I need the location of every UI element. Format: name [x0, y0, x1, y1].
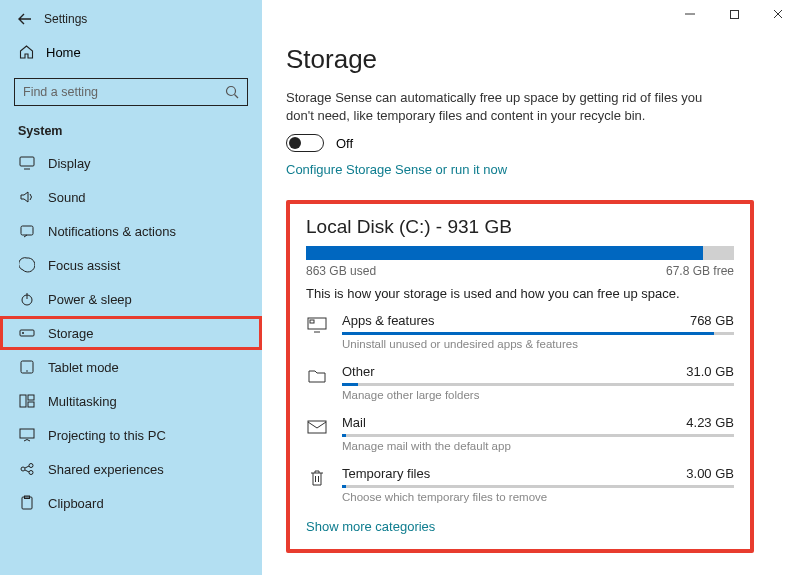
- sidebar-item-notifications[interactable]: Notifications & actions: [0, 214, 262, 248]
- sidebar-section-label: System: [0, 114, 262, 146]
- trash-icon: [306, 467, 328, 489]
- svg-rect-4: [21, 226, 33, 235]
- search-icon: [225, 85, 239, 99]
- category-size: 768 GB: [690, 313, 734, 328]
- svg-rect-14: [20, 429, 34, 438]
- sidebar-item-display[interactable]: Display: [0, 146, 262, 180]
- sidebar-item-label: Shared experiences: [48, 462, 164, 477]
- power-icon: [18, 291, 36, 307]
- svg-point-17: [29, 471, 33, 475]
- svg-line-1: [235, 95, 239, 99]
- storage-icon: [18, 325, 36, 341]
- sound-icon: [18, 189, 36, 205]
- sidebar-item-label: Display: [48, 156, 91, 171]
- sidebar-item-label: Tablet mode: [48, 360, 119, 375]
- category-hint: Uninstall unused or undesired apps & fea…: [342, 338, 734, 350]
- category-hint: Choose which temporary files to remove: [342, 491, 734, 503]
- tablet-icon: [18, 359, 36, 375]
- svg-point-16: [29, 464, 33, 468]
- titlebar-controls: [668, 0, 800, 28]
- category-size: 4.23 GB: [686, 415, 734, 430]
- close-button[interactable]: [756, 0, 800, 28]
- display-icon: [18, 155, 36, 171]
- svg-rect-12: [28, 395, 34, 400]
- sidebar-item-label: Focus assist: [48, 258, 120, 273]
- sidebar-item-label: Power & sleep: [48, 292, 132, 307]
- category-name: Other: [342, 364, 375, 379]
- maximize-button[interactable]: [712, 0, 756, 28]
- sidebar-item-multitasking[interactable]: Multitasking: [0, 384, 262, 418]
- category-other[interactable]: Other31.0 GB Manage other large folders: [306, 364, 734, 401]
- sidebar-item-label: Projecting to this PC: [48, 428, 166, 443]
- svg-line-18: [25, 466, 29, 468]
- category-name: Mail: [342, 415, 366, 430]
- disk-description: This is how your storage is used and how…: [306, 286, 734, 301]
- category-size: 3.00 GB: [686, 466, 734, 481]
- svg-point-8: [22, 332, 24, 334]
- category-mail[interactable]: Mail4.23 GB Manage mail with the default…: [306, 415, 734, 452]
- category-temporary-files[interactable]: Temporary files3.00 GB Choose which temp…: [306, 466, 734, 503]
- svg-point-15: [21, 467, 25, 471]
- category-hint: Manage other large folders: [342, 389, 734, 401]
- sidebar: Settings Home Find a setting System Disp…: [0, 0, 262, 575]
- category-size: 31.0 GB: [686, 364, 734, 379]
- main-content: Storage Storage Sense can automatically …: [262, 0, 800, 575]
- sidebar-item-label: Storage: [48, 326, 94, 341]
- category-name: Temporary files: [342, 466, 430, 481]
- category-apps-features[interactable]: Apps & features768 GB Uninstall unused o…: [306, 313, 734, 350]
- sidebar-item-label: Clipboard: [48, 496, 104, 511]
- back-icon[interactable]: [18, 13, 32, 25]
- svg-rect-2: [20, 157, 34, 166]
- mail-icon: [306, 416, 328, 438]
- show-more-categories-link[interactable]: Show more categories: [306, 519, 435, 534]
- svg-rect-23: [730, 10, 738, 18]
- sidebar-item-label: Multitasking: [48, 394, 117, 409]
- window-title: Settings: [44, 12, 87, 26]
- local-disk-panel: Local Disk (C:) - 931 GB 863 GB used 67.…: [286, 200, 754, 553]
- disk-usage-bar-fill: [306, 246, 703, 260]
- search-input[interactable]: Find a setting: [14, 78, 248, 106]
- storage-sense-toggle[interactable]: [286, 134, 324, 152]
- notifications-icon: [18, 223, 36, 239]
- sidebar-item-tablet-mode[interactable]: Tablet mode: [0, 350, 262, 384]
- storage-sense-description: Storage Sense can automatically free up …: [286, 89, 716, 124]
- svg-line-19: [25, 470, 29, 472]
- sidebar-item-power-sleep[interactable]: Power & sleep: [0, 282, 262, 316]
- disk-usage-bar: [306, 246, 734, 260]
- svg-point-0: [227, 87, 236, 96]
- sidebar-item-label: Sound: [48, 190, 86, 205]
- toggle-state-label: Off: [336, 136, 353, 151]
- configure-storage-sense-link[interactable]: Configure Storage Sense or run it now: [286, 162, 507, 177]
- category-hint: Manage mail with the default app: [342, 440, 734, 452]
- clipboard-icon: [18, 495, 36, 511]
- sidebar-item-clipboard[interactable]: Clipboard: [0, 486, 262, 520]
- multitasking-icon: [18, 393, 36, 409]
- projecting-icon: [18, 427, 36, 443]
- search-placeholder: Find a setting: [23, 85, 98, 99]
- category-name: Apps & features: [342, 313, 435, 328]
- apps-icon: [306, 314, 328, 336]
- sidebar-item-projecting[interactable]: Projecting to this PC: [0, 418, 262, 452]
- minimize-button[interactable]: [668, 0, 712, 28]
- disk-used-label: 863 GB used: [306, 264, 376, 278]
- sidebar-nav: Display Sound Notifications & actions Fo…: [0, 146, 262, 520]
- shared-icon: [18, 461, 36, 477]
- sidebar-home-label: Home: [46, 45, 81, 60]
- sidebar-item-label: Notifications & actions: [48, 224, 176, 239]
- sidebar-item-focus-assist[interactable]: Focus assist: [0, 248, 262, 282]
- sidebar-item-storage[interactable]: Storage: [0, 316, 262, 350]
- svg-rect-11: [20, 395, 26, 407]
- sidebar-home[interactable]: Home: [0, 34, 262, 70]
- sidebar-item-shared-experiences[interactable]: Shared experiences: [0, 452, 262, 486]
- disk-title: Local Disk (C:) - 931 GB: [306, 216, 734, 238]
- sidebar-item-sound[interactable]: Sound: [0, 180, 262, 214]
- svg-rect-29: [308, 421, 326, 433]
- svg-point-10: [26, 370, 28, 372]
- svg-rect-13: [28, 402, 34, 407]
- disk-free-label: 67.8 GB free: [666, 264, 734, 278]
- focus-assist-icon: [18, 257, 36, 273]
- folder-icon: [306, 365, 328, 387]
- svg-rect-27: [310, 320, 314, 323]
- page-title: Storage: [286, 44, 756, 75]
- home-icon: [18, 44, 34, 60]
